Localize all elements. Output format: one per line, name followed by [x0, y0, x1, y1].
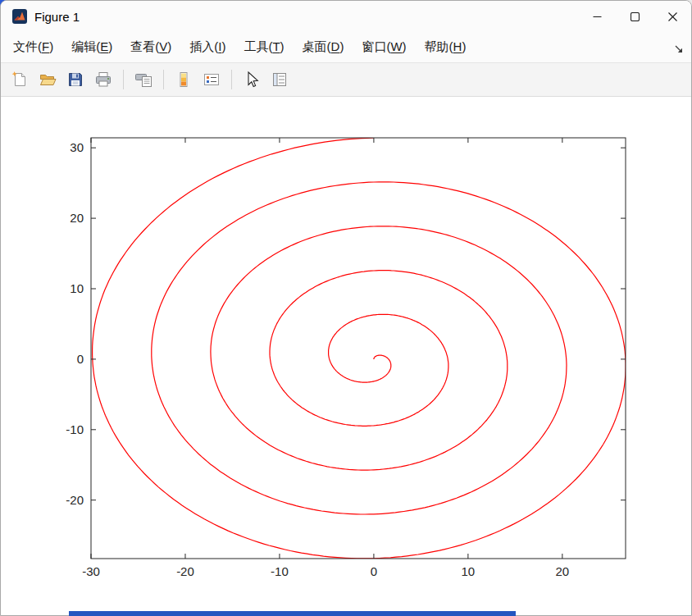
svg-text:0: 0 — [77, 352, 84, 366]
svg-text:10: 10 — [462, 564, 476, 578]
insert-legend-icon — [203, 71, 221, 89]
print-preview-icon — [134, 71, 153, 89]
property-inspector-button[interactable] — [267, 67, 292, 92]
close-button[interactable] — [653, 1, 691, 32]
window-title: Figure 1 — [34, 10, 80, 24]
toolbar — [1, 63, 691, 97]
menu-item-window[interactable]: 窗口(W) — [353, 33, 415, 62]
edit-plot-icon — [243, 71, 261, 89]
save-figure-icon — [66, 71, 84, 89]
toolbar-separator — [163, 70, 164, 89]
edit-plot-button[interactable] — [239, 67, 264, 92]
toolbar-separator — [123, 70, 124, 89]
property-inspector-icon — [271, 71, 289, 89]
svg-text:-20: -20 — [176, 564, 194, 578]
minimize-icon — [593, 12, 602, 21]
menu-item-help[interactable]: 帮助(H) — [416, 33, 476, 62]
figure-canvas: -30-20-1001020-20-100102030 — [1, 98, 691, 615]
matlab-icon — [12, 9, 27, 24]
svg-text:30: 30 — [70, 140, 84, 154]
save-figure-button[interactable] — [63, 67, 88, 92]
menu-item-file[interactable]: 文件(F) — [4, 33, 62, 62]
titlebar[interactable]: Figure 1 — [1, 1, 691, 32]
print-figure-button[interactable] — [91, 67, 116, 92]
new-figure-button[interactable] — [7, 67, 32, 92]
insert-colorbar-icon — [175, 71, 193, 89]
print-icon — [94, 71, 112, 89]
menu-item-tools[interactable]: 工具(T) — [234, 33, 293, 62]
print-preview-button[interactable] — [131, 67, 156, 92]
insert-colorbar-button[interactable] — [171, 67, 196, 92]
open-file-button[interactable] — [35, 67, 60, 92]
dock-arrow-icon[interactable] — [674, 43, 684, 52]
svg-text:20: 20 — [70, 211, 84, 225]
menu-item-desktop[interactable]: 桌面(D) — [294, 33, 353, 62]
insert-legend-button[interactable] — [199, 67, 224, 92]
svg-text:-20: -20 — [66, 493, 84, 507]
background-taskbar-edge — [69, 611, 516, 616]
svg-text:20: 20 — [556, 564, 570, 578]
open-file-icon — [39, 71, 57, 89]
minimize-button[interactable] — [578, 1, 616, 32]
menu-item-view[interactable]: 查看(V) — [121, 33, 180, 62]
window-controls — [578, 1, 691, 32]
spiral-plot[interactable]: -30-20-1001020-20-100102030 — [1, 98, 691, 616]
svg-text:0: 0 — [371, 564, 377, 578]
svg-text:10: 10 — [70, 281, 84, 295]
menu-item-insert[interactable]: 插入(I) — [180, 33, 234, 62]
svg-text:-30: -30 — [82, 564, 100, 578]
svg-text:-10: -10 — [271, 564, 289, 578]
menubar: 文件(F) 编辑(E) 查看(V) 插入(I) 工具(T) 桌面(D) 窗口(W… — [1, 32, 691, 63]
toolbar-separator — [231, 70, 232, 89]
figure-window: Figure 1 文件(F) 编辑(E) 查看(V) — [0, 0, 692, 616]
new-figure-icon — [11, 71, 29, 89]
menu-item-edit[interactable]: 编辑(E) — [62, 33, 121, 62]
maximize-button[interactable] — [616, 1, 653, 32]
svg-text:-10: -10 — [66, 422, 84, 436]
maximize-icon — [631, 12, 640, 21]
close-icon — [668, 12, 677, 21]
